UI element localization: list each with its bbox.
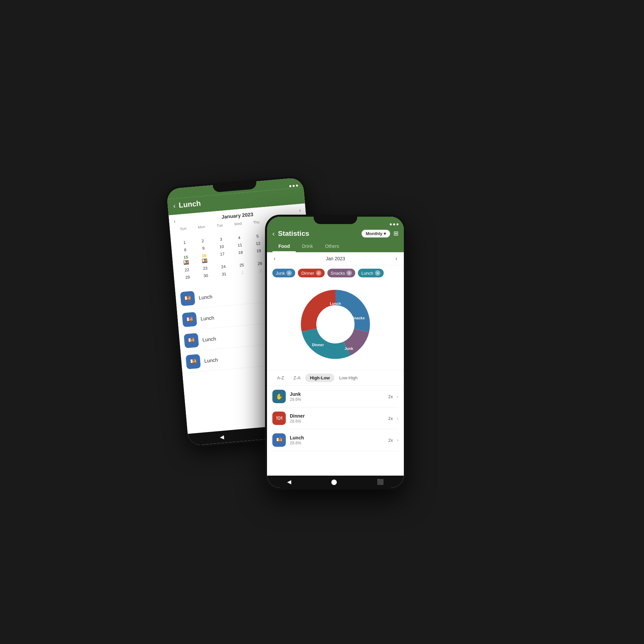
tag-lunch[interactable]: Lunch ✕ <box>358 269 383 277</box>
cal-cell[interactable] <box>175 231 193 239</box>
phone-front: ‹ Statistics Monthly ▾ ⊞ Food Drink Othe… <box>265 215 406 490</box>
cal-cell-11[interactable]: 11 <box>231 241 249 250</box>
sort-az[interactable]: A-Z <box>272 374 289 382</box>
nav-back-btn[interactable]: ◀ <box>220 434 224 440</box>
cal-cell-9[interactable]: 9 <box>194 244 212 253</box>
cal-cell-17[interactable]: 17 <box>213 250 232 263</box>
cal-thu: Thu <box>247 219 265 226</box>
cal-next[interactable]: › <box>299 207 301 213</box>
cal-cell-2[interactable]: 2 <box>194 237 212 245</box>
chart-label-dinner: Dinner <box>312 343 324 347</box>
cal-cell-22[interactable]: 22 <box>178 266 196 274</box>
nav-back-front[interactable]: ◀ <box>287 479 291 485</box>
cal-cell[interactable] <box>248 225 266 233</box>
cal-cell-30[interactable]: 30 <box>197 272 215 280</box>
cal-mon: Mon <box>193 223 211 230</box>
cal-cell-29[interactable]: 29 <box>178 273 197 281</box>
period-next[interactable]: › <box>395 256 397 262</box>
cal-cell-25[interactable]: 25 <box>232 261 251 269</box>
sort-za[interactable]: Z-A <box>289 374 305 382</box>
stats-name-lunch: Lunch <box>290 435 384 440</box>
stats-icon-lunch-symbol: 🍱 <box>276 437 283 444</box>
monthly-dropdown[interactable]: Monthly ▾ <box>362 230 390 237</box>
stats-title: Statistics <box>278 229 309 237</box>
tag-junk[interactable]: Junk ✕ <box>272 269 295 277</box>
tag-lunch-label: Lunch <box>361 271 373 276</box>
nav-square-front[interactable]: ⬛ <box>377 479 384 485</box>
cal-cell-next1[interactable]: 1 <box>233 268 251 277</box>
chart-label-snacks: Snacks <box>352 316 365 320</box>
tag-snacks-label: Snacks <box>331 271 345 276</box>
period-nav: ‹ Jan 2023 › <box>267 252 404 265</box>
donut-chart-container: Lunch Snacks Dinner Junk <box>267 281 404 370</box>
tag-lunch-remove[interactable]: ✕ <box>375 270 380 276</box>
list-label-3: Lunch <box>202 336 216 342</box>
tag-dinner[interactable]: Dinner ✕ <box>298 269 324 277</box>
stats-list: ✋ Junk 28.6% 2x › 🍽 <box>267 386 404 451</box>
list-label-1: Lunch <box>199 293 213 300</box>
cal-wed: Wed <box>229 220 247 227</box>
cal-month-label: January 2023 <box>221 211 253 220</box>
stats-name-dinner: Dinner <box>290 413 384 419</box>
header-title-back: Lunch <box>178 199 201 210</box>
cal-cell[interactable] <box>211 228 229 236</box>
notch-front <box>314 215 357 224</box>
cal-cell-24[interactable]: 24 <box>214 263 232 271</box>
list-label-2: Lunch <box>200 315 214 321</box>
stats-icon-dinner-symbol: 🍽 <box>276 415 282 422</box>
stats-icon-junk: ✋ <box>272 390 286 403</box>
cal-cell-23[interactable]: 23 <box>196 264 214 273</box>
stats-item-lunch[interactable]: 🍱 Lunch 28.6% 2x › <box>272 429 398 451</box>
stats-count-lunch: 2x <box>388 438 393 443</box>
cal-cell-5b[interactable]: 5 <box>249 232 267 240</box>
tag-junk-remove[interactable]: ✕ <box>286 270 292 276</box>
cal-cell-4[interactable]: 4 <box>230 234 248 242</box>
list-icon-3: 🍱 <box>184 333 199 348</box>
stats-info-junk: Junk 28.6% <box>290 391 384 402</box>
stats-pct-dinner: 28.6% <box>290 419 384 424</box>
tab-drink[interactable]: Drink <box>296 241 319 252</box>
chart-label-junk: Junk <box>344 346 354 351</box>
cal-cell-18[interactable]: 18 <box>231 248 250 262</box>
list-icon-2: 🍱 <box>182 312 197 327</box>
sort-low-high[interactable]: Low-High <box>334 374 362 382</box>
cal-cell-1[interactable]: 1 <box>175 238 194 247</box>
cal-cell-16[interactable]: 16 🍱 <box>195 252 214 265</box>
cal-cell-8[interactable]: 8 <box>176 246 194 254</box>
cal-cell-12[interactable]: 12 <box>249 239 267 248</box>
cal-cell[interactable] <box>229 226 248 235</box>
tag-snacks[interactable]: Snacks ✕ <box>327 269 356 277</box>
tab-others[interactable]: Others <box>319 241 345 252</box>
stats-name-junk: Junk <box>290 391 384 397</box>
stats-chevron-junk: › <box>397 394 398 399</box>
cal-cell-15[interactable]: 15 🍱 <box>177 253 196 267</box>
cal-cell-10[interactable]: 10 <box>213 243 231 251</box>
cal-prev[interactable]: ‹ <box>174 218 176 224</box>
cal-cell-31[interactable]: 31 <box>215 270 233 278</box>
stats-icon-lunch: 🍱 <box>272 433 286 447</box>
tag-junk-label: Junk <box>276 271 285 276</box>
back-button-stats[interactable]: ‹ <box>272 230 275 237</box>
bottom-nav-front: ◀ ⬤ ⬛ <box>267 476 404 488</box>
tags-row: Junk ✕ Dinner ✕ Snacks ✕ Lunch ✕ <box>267 265 404 281</box>
back-button-back[interactable]: ‹ <box>173 202 176 210</box>
filter-icon[interactable]: ⊞ <box>393 230 398 237</box>
stats-info-lunch: Lunch 28.6% <box>290 435 384 445</box>
chart-label-lunch: Lunch <box>330 302 341 306</box>
tag-snacks-remove[interactable]: ✕ <box>346 270 352 276</box>
list-icon-1: 🍱 <box>180 291 196 306</box>
stats-item-dinner[interactable]: 🍽 Dinner 28.6% 2x › <box>272 408 398 429</box>
tab-food[interactable]: Food <box>272 241 296 252</box>
sort-high-low[interactable]: High-Low <box>305 374 334 382</box>
cal-cell[interactable] <box>193 229 211 238</box>
sort-row: A-Z Z-A High-Low Low-High <box>267 370 404 386</box>
stats-count-junk: 2x <box>388 394 393 399</box>
stats-item-junk[interactable]: ✋ Junk 28.6% 2x › <box>272 386 398 408</box>
tag-dinner-remove[interactable]: ✕ <box>316 270 321 276</box>
nav-home-front[interactable]: ⬤ <box>331 479 337 485</box>
period-label: Jan 2023 <box>326 256 345 261</box>
period-prev[interactable]: ‹ <box>274 256 275 262</box>
donut-hole <box>318 307 353 342</box>
list-icon-4: 🍱 <box>185 354 201 369</box>
cal-cell-3[interactable]: 3 <box>212 235 230 244</box>
